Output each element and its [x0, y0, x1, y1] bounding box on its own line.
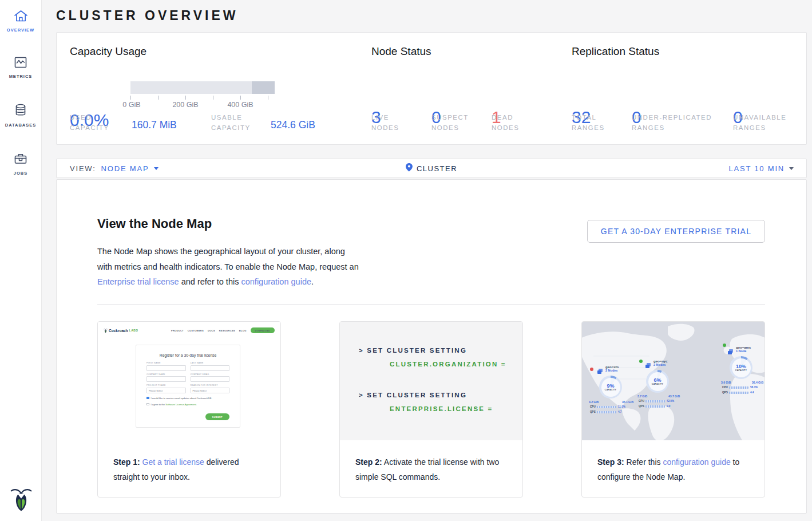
capacity-gauge-reserved-segment	[252, 81, 275, 94]
sidebar: OVERVIEW METRICS DATABASES	[0, 0, 42, 521]
node-cube-icon	[597, 366, 603, 377]
used-capacity-value: 160.7 MiB	[132, 119, 177, 131]
capacity-donut: 9% CAPACITY	[599, 376, 622, 398]
node-map-preview-image: geo=sfo 2 Nodes 9% CAPACITY 3.2 GiB	[582, 322, 765, 440]
live-nodes-label: LIVE NODES	[371, 112, 399, 133]
replication-status-title: Replication Status	[572, 45, 659, 58]
home-icon	[0, 9, 42, 25]
gauge-tick	[185, 96, 186, 100]
cluster-summary-card: Capacity Usage 0.0% 0 GiB 200 GiB 400 Gi…	[56, 32, 807, 145]
sidebar-item-label: METRICS	[0, 74, 42, 79]
gauge-tick	[130, 96, 131, 100]
chevron-down-icon	[154, 167, 159, 170]
registration-form-panel: Register for a 30-day trial license FIRS…	[136, 345, 240, 428]
time-range-value: LAST 10 MIN	[728, 164, 785, 173]
sidebar-item-label: OVERVIEW	[0, 27, 42, 33]
sidebar-item-label: JOBS	[0, 171, 42, 176]
status-dot-green	[723, 344, 726, 347]
enterprise-trial-license-link[interactable]: Enterprise trial license	[97, 277, 179, 286]
step2-card: > SET CLUSTER SETTING CLUSTER.ORGANIZATI…	[339, 321, 523, 498]
gauge-tick-label: 200 GiB	[172, 101, 198, 109]
section-description: The Node Map shows the geographical layo…	[97, 244, 362, 290]
briefcase-icon	[0, 152, 42, 168]
configuration-guide-link[interactable]: configuration guide	[663, 457, 730, 467]
unavailable-ranges-label: UNAVAILABLE RANGES	[733, 112, 786, 133]
breadcrumb: CLUSTER	[406, 163, 457, 174]
sidebar-item-label: DATABASES	[0, 123, 42, 128]
gauge-tick	[240, 96, 241, 100]
mini-checkbox-checked	[146, 397, 149, 400]
step2-caption: Step 2: Activate the trial license with …	[340, 440, 522, 484]
enterprise-trial-button[interactable]: GET A 30-DAY ENTERPRISE TRIAL	[587, 220, 765, 243]
map-pin-icon	[406, 163, 413, 174]
capacity-usage-title: Capacity Usage	[70, 45, 146, 58]
under-replicated-ranges-label: UNDER-REPLICATED RANGES	[632, 112, 712, 133]
sidebar-item-databases[interactable]: DATABASES	[0, 103, 42, 128]
step3-card: geo=sfo 2 Nodes 9% CAPACITY 3.2 GiB	[581, 321, 765, 498]
sidebar-item-metrics[interactable]: METRICS	[0, 56, 42, 79]
view-label: VIEW:	[70, 164, 96, 173]
section-heading: View the Node Map	[97, 216, 212, 231]
status-dot-red	[590, 368, 593, 371]
capacity-gauge	[130, 81, 275, 94]
gauge-tick	[268, 96, 268, 100]
breadcrumb-cluster[interactable]: CLUSTER	[417, 164, 457, 173]
configuration-guide-link[interactable]: configuration guide	[241, 277, 311, 286]
sql-commands-preview-image: > SET CLUSTER SETTING CLUSTER.ORGANIZATI…	[340, 322, 522, 440]
node-map-section: View the Node Map The Node Map shows the…	[56, 179, 807, 514]
view-bar: VIEW: NODE MAP CLUSTER LAST 10 MIN	[56, 159, 807, 178]
usable-capacity-label: USABLE CAPACITY	[211, 112, 251, 133]
sidebar-item-jobs[interactable]: JOBS	[0, 152, 42, 176]
view-selector-dropdown[interactable]: VIEW: NODE MAP	[57, 164, 159, 173]
step1-caption: Step 1: Get a trial license delivered st…	[98, 440, 280, 484]
gauge-tick-label: 400 GiB	[227, 101, 253, 109]
form-title: Register for a 30-day trial license	[136, 353, 240, 357]
node-status-title: Node Status	[371, 45, 431, 58]
gauge-tick	[158, 96, 159, 100]
capacity-donut: 10% CAPACITY	[730, 356, 752, 379]
steps-row: Cockroach LABS PRODUCT CUSTOMERS DOCS RE…	[97, 321, 765, 498]
total-ranges-label: TOTAL RANGES	[572, 112, 605, 133]
mini-checkbox-unchecked	[146, 403, 149, 406]
content-area: CLUSTER OVERVIEW Capacity Usage 0.0% 0 G…	[42, 0, 812, 521]
used-capacity-label: USED CAPACITY	[70, 112, 109, 133]
usable-capacity-value: 524.6 GiB	[271, 119, 315, 131]
node-cube-icon	[727, 347, 734, 357]
time-range-dropdown[interactable]: LAST 10 MIN	[728, 164, 794, 173]
get-trial-license-link[interactable]: Get a trial license	[142, 457, 204, 467]
step3-caption: Step 3: Refer this configuration guide t…	[582, 440, 765, 484]
mini-site-nav: PRODUCT CUSTOMERS DOCS RESOURCES BLOG DO…	[171, 327, 275, 333]
chevron-down-icon	[789, 167, 794, 170]
gauge-tick	[213, 96, 213, 100]
view-selected-value: NODE MAP	[101, 164, 149, 173]
sidebar-item-overview[interactable]: OVERVIEW	[0, 9, 42, 33]
database-icon	[0, 103, 42, 120]
node-cube-icon	[645, 361, 651, 371]
page-title: CLUSTER OVERVIEW	[56, 8, 239, 23]
step1-card: Cockroach LABS PRODUCT CUSTOMERS DOCS RE…	[97, 321, 281, 498]
cockroachdb-logo	[0, 487, 42, 514]
cockroach-labs-mini-logo: Cockroach LABS	[104, 328, 138, 333]
status-dot-green	[639, 360, 643, 363]
divider	[97, 304, 765, 305]
gauge-tick-label: 0 GiB	[122, 101, 140, 109]
mini-submit-button: SUBMIT	[205, 413, 229, 420]
capacity-donut: 6% CAPACITY	[646, 370, 669, 393]
metrics-chart-icon	[0, 56, 42, 72]
suspect-nodes-label: SUSPECT NODES	[431, 112, 469, 133]
dead-nodes-label: DEAD NODES	[492, 112, 519, 133]
mini-download-button: DOWNLOAD	[251, 327, 275, 333]
trial-registration-preview-image: Cockroach LABS PRODUCT CUSTOMERS DOCS RE…	[98, 322, 280, 440]
